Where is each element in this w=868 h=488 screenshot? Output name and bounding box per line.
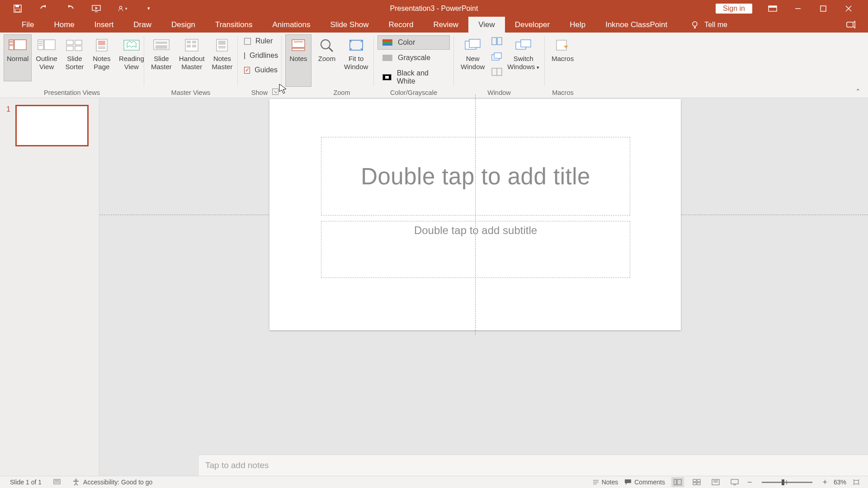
group-master-views-label: Master Views — [144, 89, 237, 96]
slide-master-button[interactable]: Slide Master — [148, 34, 175, 81]
maximize-icon[interactable] — [818, 4, 828, 14]
tab-file[interactable]: File — [12, 17, 44, 33]
svg-rect-1 — [15, 5, 19, 7]
svg-rect-53 — [492, 38, 496, 45]
present-icon[interactable] — [91, 4, 101, 14]
grayscale-button[interactable]: Grayscale — [377, 51, 450, 65]
slide-thumbnail[interactable] — [16, 105, 88, 146]
tab-design[interactable]: Design — [161, 17, 205, 33]
subtitle-placeholder[interactable]: Double tap to add subtitle — [321, 221, 630, 278]
svg-rect-20 — [44, 40, 55, 50]
color-button[interactable]: Color — [377, 35, 450, 50]
thumbnail-number: 1 — [6, 105, 10, 146]
svg-rect-78 — [731, 479, 738, 484]
svg-rect-70 — [677, 479, 681, 485]
sign-in-button[interactable]: Sign in — [716, 4, 752, 14]
tab-record[interactable]: Record — [379, 17, 424, 33]
slide[interactable]: Double tap to add title Double tap to ad… — [269, 99, 681, 330]
lightbulb-icon — [691, 21, 699, 29]
move-split-icon[interactable] — [491, 68, 503, 79]
tab-classpoint[interactable]: Inknoe ClassPoint — [595, 17, 677, 33]
share-icon[interactable] — [846, 17, 868, 33]
tab-help[interactable]: Help — [560, 17, 595, 33]
tell-me-search[interactable]: Tell me — [691, 17, 727, 33]
tab-review[interactable]: Review — [423, 17, 468, 33]
save-icon[interactable] — [13, 4, 23, 14]
sorter-view-status-button[interactable] — [690, 477, 703, 487]
reading-view-button[interactable]: Reading View — [116, 34, 147, 81]
normal-view-button[interactable]: Normal — [4, 34, 32, 81]
guides-checkbox[interactable]: ✓Guides — [244, 66, 278, 74]
notes-toggle-label: Notes — [602, 479, 618, 486]
minimize-icon[interactable] — [793, 4, 803, 14]
slide-sorter-button[interactable]: Slide Sorter — [61, 34, 88, 81]
ribbon: Normal Outline View Slide Sorter Notes P… — [0, 33, 868, 98]
collapse-ribbon-icon[interactable]: ⌃ — [855, 88, 861, 95]
macros-button[interactable]: Macros — [548, 34, 577, 81]
black-white-button[interactable]: Black and White — [377, 66, 450, 89]
normal-view-status-button[interactable] — [671, 477, 684, 487]
slide-canvas-area[interactable]: Double tap to add title Double tap to ad… — [99, 98, 868, 476]
gridlines-checkbox[interactable]: Gridlines — [244, 52, 278, 60]
zoom-out-button[interactable]: − — [747, 478, 752, 487]
svg-rect-2 — [15, 9, 20, 12]
tab-draw[interactable]: Draw — [123, 17, 161, 33]
zoom-button[interactable]: Zoom — [314, 34, 340, 81]
bw-label: Black and White — [397, 69, 443, 85]
fit-to-window-button[interactable]: Fit to Window — [341, 34, 371, 81]
handout-master-button[interactable]: Handout Master — [176, 34, 208, 81]
comments-toggle[interactable]: Comments — [624, 479, 665, 486]
accessibility-label: Accessibility: Good to go — [83, 479, 152, 486]
notes-master-label: Notes Master — [212, 55, 233, 71]
svg-rect-26 — [66, 46, 73, 51]
tab-home[interactable]: Home — [44, 17, 84, 33]
tab-insert[interactable]: Insert — [85, 17, 124, 33]
ribbon-display-icon[interactable] — [768, 4, 778, 14]
account-icon[interactable]: ▾ — [118, 4, 127, 14]
tab-animations[interactable]: Animations — [262, 17, 320, 33]
svg-rect-47 — [292, 48, 305, 51]
slide-thumbnails-pane: 1 — [0, 98, 99, 476]
tab-slideshow[interactable]: Slide Show — [321, 17, 379, 33]
outline-view-button[interactable]: Outline View — [33, 34, 61, 81]
normal-label: Normal — [7, 55, 28, 63]
fit-to-window-status-icon[interactable] — [853, 479, 860, 485]
slideshow-view-status-button[interactable] — [728, 477, 741, 487]
new-window-button[interactable]: New Window — [458, 34, 488, 71]
ruler-checkbox[interactable]: Ruler — [244, 37, 278, 45]
svg-rect-25 — [75, 40, 82, 45]
arrange-all-icon[interactable] — [491, 37, 503, 48]
switch-windows-button[interactable]: Switch Windows ▾ — [504, 34, 542, 72]
svg-rect-39 — [187, 45, 191, 47]
zoom-in-button[interactable]: + — [822, 478, 827, 487]
new-window-label: New Window — [461, 55, 485, 71]
title-placeholder[interactable]: Double tap to add title — [321, 137, 630, 216]
slide-master-label: Slide Master — [151, 55, 172, 71]
notes-master-button[interactable]: Notes Master — [209, 34, 236, 81]
qat-customize-icon[interactable]: ▾ — [144, 4, 154, 14]
tab-transitions[interactable]: Transitions — [205, 17, 263, 33]
accessibility-status[interactable]: Accessibility: Good to go — [72, 479, 152, 486]
redo-icon[interactable] — [65, 4, 75, 14]
gray-swatch-icon — [382, 55, 392, 61]
notes-page-button[interactable]: Notes Page — [89, 34, 115, 81]
cascade-icon[interactable] — [491, 52, 503, 63]
zoom-level[interactable]: 63% — [834, 479, 846, 486]
close-icon[interactable] — [844, 4, 854, 14]
reading-view-status-button[interactable] — [709, 477, 722, 487]
notes-pane[interactable]: Tap to add notes — [199, 455, 868, 476]
tab-view[interactable]: View — [468, 17, 505, 33]
svg-rect-69 — [674, 479, 676, 485]
svg-point-65 — [75, 479, 77, 481]
sorter-label: Slide Sorter — [65, 55, 84, 71]
notes-indicator-icon[interactable] — [53, 479, 61, 485]
undo-icon[interactable] — [39, 4, 49, 14]
tab-developer[interactable]: Developer — [505, 17, 560, 33]
notes-toggle[interactable]: Notes — [593, 479, 618, 486]
notes-button[interactable]: Notes — [285, 34, 311, 87]
zoom-slider[interactable] — [762, 482, 812, 483]
group-window-label: Window — [454, 89, 544, 96]
svg-point-48 — [321, 40, 330, 49]
show-dialog-launcher-icon[interactable]: ↘ — [272, 89, 278, 95]
svg-rect-71 — [693, 479, 696, 482]
